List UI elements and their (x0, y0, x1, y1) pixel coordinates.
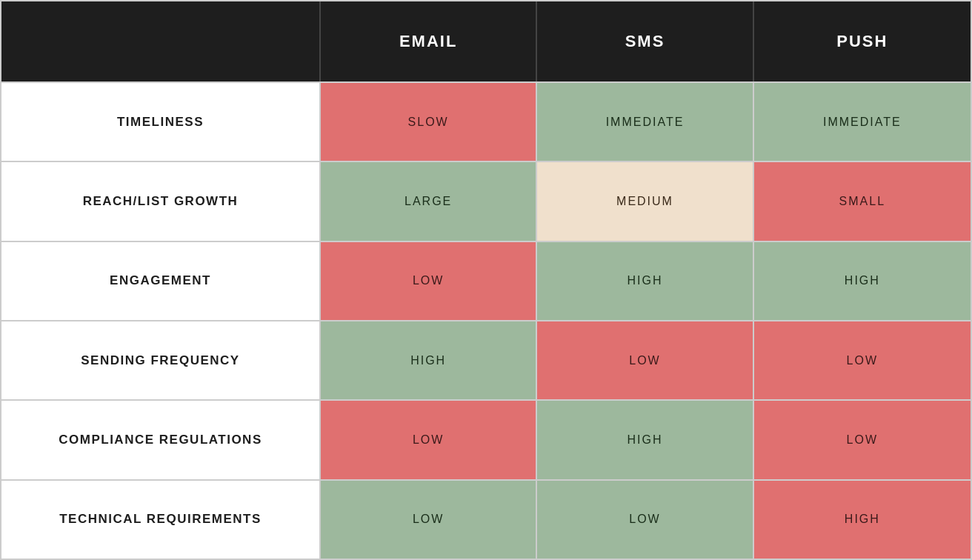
row-label-4: COMPLIANCE REGULATIONS (1, 401, 321, 479)
table-row: REACH/LIST GROWTHLARGEMEDIUMSMALL (1, 161, 971, 240)
header-email: EMAIL (321, 1, 537, 81)
cell-sms-2: HIGH (537, 242, 753, 320)
header-empty (1, 1, 321, 81)
cell-email-1: LARGE (321, 162, 537, 240)
header-sms: SMS (537, 1, 753, 81)
cell-sms-1: MEDIUM (537, 162, 753, 240)
table-row: COMPLIANCE REGULATIONSLOWHIGHLOW (1, 399, 971, 479)
row-label-1: REACH/LIST GROWTH (1, 162, 321, 240)
row-label-0: TIMELINESS (1, 83, 321, 161)
cell-push-0: IMMEDIATE (754, 83, 971, 161)
row-label-2: ENGAGEMENT (1, 242, 321, 320)
table-row: ENGAGEMENTLOWHIGHHIGH (1, 241, 971, 320)
cell-push-1: SMALL (754, 162, 971, 240)
cell-sms-4: HIGH (537, 401, 753, 479)
cell-email-3: HIGH (321, 321, 537, 399)
row-label-3: SENDING FREQUENCY (1, 321, 321, 399)
cell-sms-3: LOW (537, 321, 753, 399)
cell-sms-5: LOW (537, 481, 753, 559)
cell-push-4: LOW (754, 401, 971, 479)
cell-email-0: SLOW (321, 83, 537, 161)
cell-sms-0: IMMEDIATE (537, 83, 753, 161)
table-body: TIMELINESSSLOWIMMEDIATEIMMEDIATEREACH/LI… (1, 81, 971, 559)
table-row: TIMELINESSSLOWIMMEDIATEIMMEDIATE (1, 81, 971, 161)
cell-push-2: HIGH (754, 242, 971, 320)
table-row: TECHNICAL REQUIREMENTSLOWLOWHIGH (1, 479, 971, 559)
row-label-5: TECHNICAL REQUIREMENTS (1, 481, 321, 559)
cell-push-3: LOW (754, 321, 971, 399)
comparison-table: EMAIL SMS PUSH TIMELINESSSLOWIMMEDIATEIM… (0, 0, 972, 560)
cell-email-2: LOW (321, 242, 537, 320)
table-row: SENDING FREQUENCYHIGHLOWLOW (1, 320, 971, 399)
header-push: PUSH (754, 1, 971, 81)
cell-email-4: LOW (321, 401, 537, 479)
cell-push-5: HIGH (754, 481, 971, 559)
cell-email-5: LOW (321, 481, 537, 559)
table-header: EMAIL SMS PUSH (1, 1, 971, 81)
